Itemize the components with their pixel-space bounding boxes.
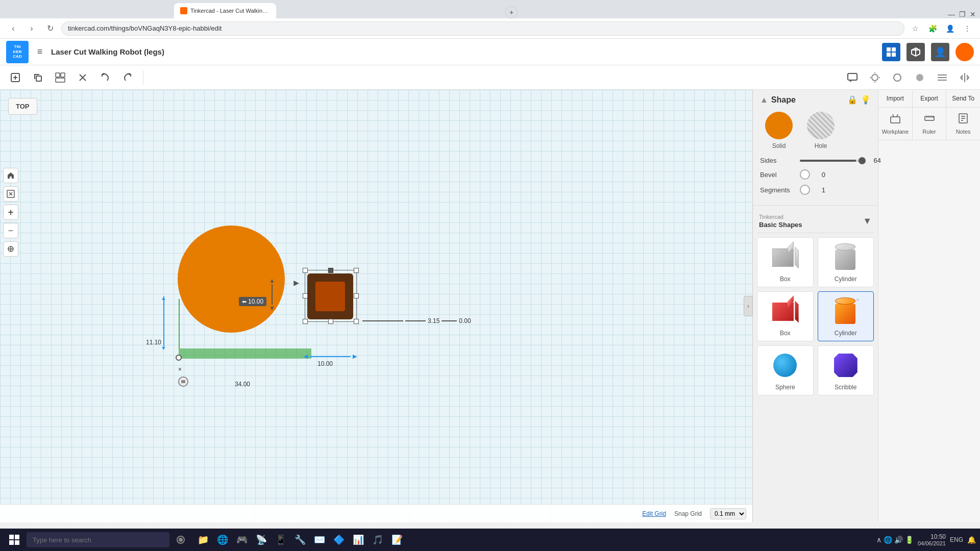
sendto-button[interactable]: Send To bbox=[946, 90, 980, 107]
undo-button[interactable] bbox=[96, 68, 114, 87]
new-shape-button[interactable] bbox=[6, 68, 24, 87]
battery-icon[interactable]: 🔋 bbox=[905, 536, 914, 544]
browser-tab-active[interactable]: Tinkercad - Laser Cut Walking... bbox=[174, 3, 276, 18]
tinkercad-logo[interactable]: TINKERCAD bbox=[6, 41, 29, 63]
shape-item-cylinder-orange[interactable]: ★ Cylinder bbox=[818, 291, 874, 341]
browser-tab-14[interactable] bbox=[352, 3, 371, 18]
grid-settings-button[interactable] bbox=[3, 241, 18, 257]
delete-button[interactable] bbox=[74, 68, 92, 87]
browser-tab-2[interactable] bbox=[23, 3, 41, 18]
hole-option[interactable]: Hole bbox=[807, 112, 835, 149]
redo-button[interactable] bbox=[118, 68, 137, 87]
browser-tab-16[interactable] bbox=[390, 3, 408, 18]
add-user-button[interactable]: 👤 bbox=[931, 43, 949, 61]
shape-item-box-grey[interactable]: Box bbox=[757, 237, 814, 287]
tb-email-icon[interactable]: ✉️ bbox=[310, 531, 329, 549]
workplane-tab[interactable]: Workplane bbox=[878, 108, 913, 140]
tb-app8-icon[interactable]: 🎵 bbox=[369, 531, 387, 549]
shape-item-scribble[interactable]: Scribble bbox=[818, 345, 874, 395]
minimize-button[interactable]: — bbox=[948, 10, 955, 18]
browser-tab-8[interactable] bbox=[136, 3, 155, 18]
network-icon[interactable]: 🌐 bbox=[884, 536, 892, 544]
browser-tab-11[interactable] bbox=[296, 3, 314, 18]
grid-view-button[interactable] bbox=[882, 43, 900, 61]
tb-app7-icon[interactable]: 📊 bbox=[349, 531, 368, 549]
browser-tab-9[interactable] bbox=[155, 3, 174, 18]
light-button[interactable] bbox=[866, 68, 884, 87]
volume-icon[interactable]: 🔊 bbox=[894, 536, 903, 544]
browser-tab-20[interactable] bbox=[465, 3, 484, 18]
align-button[interactable] bbox=[933, 68, 951, 87]
browser-tab-1[interactable] bbox=[4, 3, 22, 18]
home-button[interactable] bbox=[3, 168, 18, 183]
solid-option[interactable]: Solid bbox=[765, 112, 793, 149]
sides-slider[interactable] bbox=[800, 160, 866, 162]
3d-view-button[interactable] bbox=[906, 43, 925, 61]
ruler-tab[interactable]: Ruler bbox=[913, 108, 947, 140]
export-button[interactable]: Export bbox=[913, 90, 947, 107]
bulb-button[interactable]: 💡 bbox=[861, 95, 871, 105]
tb-files-icon[interactable]: 📁 bbox=[194, 531, 212, 549]
segments-toggle[interactable] bbox=[800, 185, 810, 195]
user-avatar[interactable] bbox=[955, 43, 974, 61]
browser-tab-6[interactable] bbox=[99, 3, 117, 18]
hidden-icons-button[interactable]: ∧ bbox=[876, 536, 881, 544]
panel-collapse-button[interactable]: › bbox=[744, 296, 753, 316]
canvas-area[interactable]: TOP + − bbox=[0, 90, 752, 522]
close-button[interactable]: ✕ bbox=[970, 10, 976, 18]
tb-app6-icon[interactable]: 🔧 bbox=[291, 531, 309, 549]
browser-tab-17[interactable] bbox=[409, 3, 427, 18]
lock-button[interactable]: 🔒 bbox=[847, 95, 857, 105]
browser-tab-7[interactable] bbox=[117, 3, 136, 18]
browser-tab-10[interactable] bbox=[277, 3, 295, 18]
address-bar[interactable]: tinkercad.com/things/boVNGaqN3Y8-epic-ha… bbox=[61, 21, 904, 36]
shape-item-box-red[interactable]: Box bbox=[757, 291, 814, 341]
tb-chrome-icon[interactable]: 🌐 bbox=[213, 531, 232, 549]
cortana-button[interactable] bbox=[172, 531, 190, 549]
clock[interactable]: 10:50 04/06/2021 bbox=[918, 533, 946, 546]
tb-app5-icon[interactable]: 📱 bbox=[272, 531, 290, 549]
library-dropdown-button[interactable]: ▼ bbox=[863, 216, 872, 227]
bevel-toggle[interactable] bbox=[800, 169, 810, 180]
menu-button[interactable]: ≡ bbox=[33, 45, 47, 59]
refresh-button[interactable]: ↻ bbox=[43, 21, 57, 36]
browser-tab-5[interactable] bbox=[80, 3, 98, 18]
browser-tab-15[interactable] bbox=[371, 3, 389, 18]
browser-tab-19[interactable] bbox=[447, 3, 465, 18]
tb-app4-icon[interactable]: 📡 bbox=[252, 531, 271, 549]
import-button[interactable]: Import bbox=[878, 90, 913, 107]
browser-tab-12[interactable] bbox=[314, 3, 333, 18]
zoom-out-button[interactable]: − bbox=[3, 223, 18, 238]
start-button[interactable] bbox=[4, 531, 24, 549]
mirror-button[interactable] bbox=[955, 68, 974, 87]
shape-solid-button[interactable] bbox=[911, 68, 929, 87]
group-button[interactable] bbox=[51, 68, 69, 87]
shape-item-cylinder-grey[interactable]: Cylinder bbox=[818, 237, 874, 287]
zoom-in-button[interactable]: + bbox=[3, 205, 18, 220]
comment-button[interactable] bbox=[843, 68, 862, 87]
bookmark-button[interactable]: ☆ bbox=[909, 22, 922, 35]
restore-button[interactable]: ❐ bbox=[959, 10, 966, 18]
browser-tab-13[interactable] bbox=[333, 3, 352, 18]
shape-outline-button[interactable] bbox=[888, 68, 906, 87]
copy-button[interactable] bbox=[29, 68, 47, 87]
back-button[interactable]: ‹ bbox=[6, 21, 20, 36]
tb-word-icon[interactable]: 📝 bbox=[388, 531, 406, 549]
notes-tab[interactable]: Notes bbox=[946, 108, 980, 140]
edit-grid-label[interactable]: Edit Grid bbox=[642, 510, 666, 517]
forward-button[interactable]: › bbox=[24, 21, 39, 36]
shape-item-sphere[interactable]: Sphere bbox=[757, 345, 814, 395]
profile-button[interactable]: 👤 bbox=[943, 22, 957, 35]
notification-icon[interactable]: 🔔 bbox=[967, 536, 976, 544]
small-cylinder-shape[interactable] bbox=[307, 273, 353, 319]
settings-button[interactable]: ⋮ bbox=[961, 22, 974, 35]
snap-value-select[interactable]: 0.1 mm bbox=[710, 508, 746, 519]
extension-button[interactable]: 🧩 bbox=[926, 22, 939, 35]
taskbar-search[interactable] bbox=[27, 532, 169, 547]
tb-steam-icon[interactable]: 🎮 bbox=[233, 531, 251, 549]
tb-browser2-icon[interactable]: 🔷 bbox=[330, 531, 348, 549]
browser-tab-18[interactable] bbox=[428, 3, 446, 18]
fit-view-button[interactable] bbox=[3, 186, 18, 202]
browser-tab-3[interactable] bbox=[42, 3, 60, 18]
browser-tab-21[interactable] bbox=[484, 3, 503, 18]
